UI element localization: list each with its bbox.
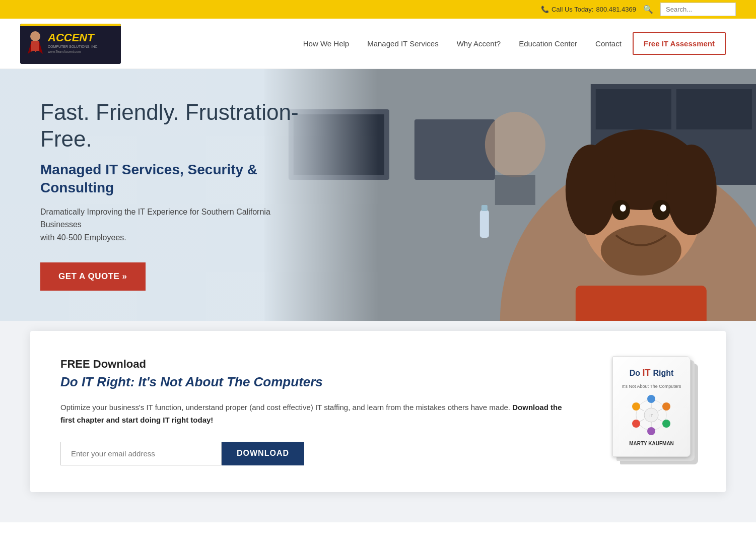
svg-line-44	[658, 419, 663, 422]
svg-point-39	[647, 427, 655, 435]
svg-point-36	[647, 395, 655, 403]
svg-rect-16	[596, 89, 671, 129]
svg-point-28	[620, 205, 626, 212]
svg-text:COMPUTER SOLUTIONS, INC.: COMPUTER SOLUTIONS, INC.	[48, 45, 98, 48]
book-author: MARTY KAUFMAN	[629, 441, 674, 446]
hero-headline: Fast. Friendly. Frustration-Free.	[40, 99, 312, 153]
download-section-wrapper: FREE Download Do IT Right: It's Not Abou…	[0, 321, 756, 522]
book-subtitle: It's Not About The Computers	[622, 384, 681, 389]
hero-subheadline: Managed IT Services, Security & Consulti…	[40, 161, 312, 197]
svg-point-40	[632, 420, 640, 428]
nav-why-accent[interactable]: Why Accent?	[450, 35, 508, 52]
svg-rect-17	[676, 89, 752, 129]
svg-text:ACCENT: ACCENT	[47, 31, 95, 44]
svg-rect-19	[482, 205, 488, 211]
svg-rect-1	[20, 24, 121, 26]
nav-education-center[interactable]: Education Center	[512, 35, 584, 52]
svg-line-46	[640, 419, 644, 422]
get-quote-button[interactable]: GET A QUOTE »	[40, 262, 146, 291]
logo-svg: ACCENT COMPUTER SOLUTIONS, INC. www.Team…	[20, 24, 121, 64]
svg-text:IT: IT	[649, 414, 653, 418]
download-free-label: FREE Download	[60, 358, 565, 371]
download-section: FREE Download Do IT Right: It's Not Abou…	[30, 331, 726, 492]
download-content: FREE Download Do IT Right: It's Not Abou…	[60, 358, 565, 465]
nav-managed-it[interactable]: Managed IT Services	[360, 35, 445, 52]
download-desc-bold: Download the first chapter and start doi…	[60, 403, 562, 425]
svg-point-29	[660, 205, 666, 212]
svg-point-37	[662, 402, 670, 411]
svg-rect-3	[31, 41, 39, 52]
svg-point-38	[662, 420, 670, 428]
download-title: Do IT Right: It's Not About The Computer…	[60, 374, 565, 391]
svg-text:www.TeamAccent.com: www.TeamAccent.com	[47, 50, 81, 53]
logo-area[interactable]: ACCENT COMPUTER SOLUTIONS, INC. www.Team…	[20, 24, 121, 64]
email-input[interactable]	[60, 442, 222, 465]
phone-icon: 📞	[541, 6, 549, 13]
svg-line-47	[640, 409, 644, 411]
phone-label: Call Us Today:	[552, 6, 594, 13]
svg-point-2	[30, 31, 40, 41]
phone-display: 📞 Call Us Today: 800.481.4369	[541, 6, 636, 13]
book-title: Do IT Right	[630, 367, 674, 379]
book-visual: Do IT Right It's Not About The Computers…	[600, 356, 691, 467]
svg-point-23	[566, 145, 616, 235]
svg-rect-14	[415, 119, 495, 180]
download-button[interactable]: DOWNLOAD	[222, 442, 304, 465]
download-form: DOWNLOAD	[60, 442, 565, 465]
svg-rect-30	[576, 286, 707, 321]
svg-point-25	[601, 225, 681, 276]
download-description: Optimize your business's IT function, un…	[60, 401, 565, 427]
free-assessment-button[interactable]: Free IT Assessment	[633, 32, 726, 55]
svg-rect-32	[495, 175, 535, 205]
nav-contact[interactable]: Contact	[588, 35, 629, 52]
phone-number: 800.481.4369	[596, 6, 636, 13]
main-nav: How We Help Managed IT Services Why Acce…	[296, 32, 726, 55]
svg-rect-7	[36, 51, 39, 58]
logo-box: ACCENT COMPUTER SOLUTIONS, INC. www.Team…	[20, 24, 121, 64]
svg-point-41	[632, 402, 640, 411]
hero-content: Fast. Friendly. Frustration-Free. Manage…	[0, 99, 353, 290]
header: ACCENT COMPUTER SOLUTIONS, INC. www.Team…	[0, 19, 756, 69]
nav-how-we-help[interactable]: How We Help	[296, 35, 356, 52]
search-input[interactable]	[660, 3, 736, 16]
hero-description: Dramatically Improving the IT Experience…	[40, 206, 312, 244]
svg-line-43	[658, 409, 663, 411]
svg-point-24	[666, 145, 717, 235]
book-diagram-svg: IT	[630, 394, 673, 437]
book-cover: Do IT Right It's Not About The Computers…	[612, 356, 691, 457]
hero-section: Fast. Friendly. Frustration-Free. Manage…	[0, 69, 756, 321]
utility-bar: 📞 Call Us Today: 800.481.4369 🔍	[0, 0, 756, 19]
svg-rect-18	[480, 210, 489, 238]
svg-rect-6	[32, 51, 35, 58]
search-icon[interactable]: 🔍	[643, 5, 653, 14]
book-visual-area: Do IT Right It's Not About The Computers…	[595, 356, 696, 467]
svg-point-31	[485, 112, 545, 177]
